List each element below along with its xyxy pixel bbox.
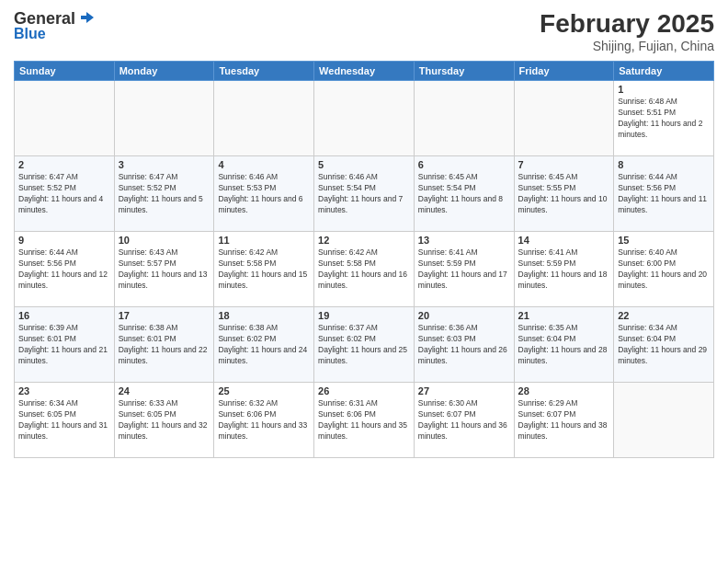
location: Shijing, Fujian, China	[540, 39, 714, 53]
calendar-week-row: 9Sunrise: 6:44 AM Sunset: 5:56 PM Daylig…	[15, 232, 714, 307]
day-info: Sunrise: 6:46 AM Sunset: 5:54 PM Dayligh…	[318, 172, 410, 216]
day-number: 16	[18, 310, 110, 321]
weekday-header: Sunday	[15, 62, 115, 81]
calendar-cell: 20Sunrise: 6:36 AM Sunset: 6:03 PM Dayli…	[414, 307, 514, 383]
calendar-header-row: SundayMondayTuesdayWednesdayThursdayFrid…	[15, 62, 714, 81]
day-info: Sunrise: 6:37 AM Sunset: 6:02 PM Dayligh…	[318, 323, 410, 367]
day-number: 13	[418, 235, 510, 246]
day-info: Sunrise: 6:42 AM Sunset: 5:58 PM Dayligh…	[318, 247, 410, 292]
calendar-cell: 17Sunrise: 6:38 AM Sunset: 6:01 PM Dayli…	[114, 307, 214, 383]
calendar-cell	[614, 383, 714, 458]
day-number: 28	[518, 385, 610, 396]
day-info: Sunrise: 6:38 AM Sunset: 6:01 PM Dayligh…	[119, 323, 210, 367]
day-number: 15	[618, 235, 710, 246]
calendar-cell: 24Sunrise: 6:33 AM Sunset: 6:05 PM Dayli…	[114, 383, 214, 458]
weekday-header: Friday	[514, 62, 614, 81]
day-number: 5	[318, 159, 410, 170]
day-info: Sunrise: 6:29 AM Sunset: 6:07 PM Dayligh…	[518, 398, 610, 442]
calendar-cell	[514, 81, 614, 156]
day-number: 21	[518, 310, 610, 321]
day-info: Sunrise: 6:35 AM Sunset: 6:04 PM Dayligh…	[518, 323, 610, 367]
calendar-cell: 12Sunrise: 6:42 AM Sunset: 5:58 PM Dayli…	[314, 232, 415, 307]
calendar-cell: 21Sunrise: 6:35 AM Sunset: 6:04 PM Dayli…	[514, 307, 614, 383]
day-number: 18	[218, 310, 310, 321]
day-info: Sunrise: 6:46 AM Sunset: 5:53 PM Dayligh…	[218, 172, 310, 216]
calendar-week-row: 23Sunrise: 6:34 AM Sunset: 6:05 PM Dayli…	[15, 383, 714, 458]
calendar-cell: 19Sunrise: 6:37 AM Sunset: 6:02 PM Dayli…	[314, 307, 415, 383]
calendar-cell	[314, 81, 415, 156]
calendar-cell	[114, 81, 214, 156]
day-info: Sunrise: 6:34 AM Sunset: 6:04 PM Dayligh…	[618, 323, 710, 367]
weekday-header: Tuesday	[214, 62, 314, 81]
calendar-cell: 18Sunrise: 6:38 AM Sunset: 6:02 PM Dayli…	[214, 307, 314, 383]
calendar-cell: 28Sunrise: 6:29 AM Sunset: 6:07 PM Dayli…	[514, 383, 614, 458]
day-number: 19	[318, 310, 410, 321]
logo: General Blue	[14, 9, 96, 42]
day-info: Sunrise: 6:32 AM Sunset: 6:06 PM Dayligh…	[218, 398, 310, 442]
day-number: 3	[119, 159, 210, 170]
page: General Blue February 2025 Shijing, Fuji…	[0, 0, 728, 563]
svg-marker-0	[81, 12, 94, 23]
calendar: SundayMondayTuesdayWednesdayThursdayFrid…	[14, 61, 714, 458]
day-info: Sunrise: 6:43 AM Sunset: 5:57 PM Dayligh…	[119, 247, 210, 292]
day-number: 12	[318, 235, 410, 246]
calendar-cell: 3Sunrise: 6:47 AM Sunset: 5:52 PM Daylig…	[114, 156, 214, 232]
logo-flag-icon	[77, 10, 96, 29]
day-number: 22	[618, 310, 710, 321]
day-number: 26	[318, 385, 410, 396]
day-info: Sunrise: 6:34 AM Sunset: 6:05 PM Dayligh…	[18, 398, 110, 442]
calendar-cell	[414, 81, 514, 156]
day-info: Sunrise: 6:44 AM Sunset: 5:56 PM Dayligh…	[618, 172, 710, 216]
calendar-cell: 1Sunrise: 6:48 AM Sunset: 5:51 PM Daylig…	[614, 81, 714, 156]
day-info: Sunrise: 6:45 AM Sunset: 5:55 PM Dayligh…	[518, 172, 610, 216]
calendar-cell: 5Sunrise: 6:46 AM Sunset: 5:54 PM Daylig…	[314, 156, 415, 232]
day-number: 24	[119, 385, 210, 396]
day-info: Sunrise: 6:42 AM Sunset: 5:58 PM Dayligh…	[218, 247, 310, 292]
calendar-cell	[15, 81, 115, 156]
calendar-cell: 2Sunrise: 6:47 AM Sunset: 5:52 PM Daylig…	[15, 156, 115, 232]
calendar-week-row: 1Sunrise: 6:48 AM Sunset: 5:51 PM Daylig…	[15, 81, 714, 156]
day-info: Sunrise: 6:33 AM Sunset: 6:05 PM Dayligh…	[119, 398, 210, 442]
day-number: 1	[618, 84, 710, 95]
day-info: Sunrise: 6:31 AM Sunset: 6:06 PM Dayligh…	[318, 398, 410, 442]
calendar-cell: 15Sunrise: 6:40 AM Sunset: 6:00 PM Dayli…	[614, 232, 714, 307]
calendar-cell: 16Sunrise: 6:39 AM Sunset: 6:01 PM Dayli…	[15, 307, 115, 383]
logo-blue-text: Blue	[14, 26, 46, 42]
month-title: February 2025	[540, 9, 714, 39]
day-info: Sunrise: 6:48 AM Sunset: 5:51 PM Dayligh…	[618, 97, 710, 141]
day-number: 11	[218, 235, 310, 246]
day-info: Sunrise: 6:44 AM Sunset: 5:56 PM Dayligh…	[18, 247, 110, 292]
weekday-header: Monday	[114, 62, 214, 81]
day-number: 10	[119, 235, 210, 246]
calendar-week-row: 16Sunrise: 6:39 AM Sunset: 6:01 PM Dayli…	[15, 307, 714, 383]
header: General Blue February 2025 Shijing, Fuji…	[14, 9, 714, 53]
day-number: 9	[18, 235, 110, 246]
weekday-header: Saturday	[614, 62, 714, 81]
calendar-cell: 4Sunrise: 6:46 AM Sunset: 5:53 PM Daylig…	[214, 156, 314, 232]
calendar-cell: 23Sunrise: 6:34 AM Sunset: 6:05 PM Dayli…	[15, 383, 115, 458]
day-number: 20	[418, 310, 510, 321]
calendar-cell: 10Sunrise: 6:43 AM Sunset: 5:57 PM Dayli…	[114, 232, 214, 307]
calendar-cell	[214, 81, 314, 156]
day-number: 8	[618, 159, 710, 170]
day-info: Sunrise: 6:47 AM Sunset: 5:52 PM Dayligh…	[119, 172, 210, 216]
calendar-cell: 22Sunrise: 6:34 AM Sunset: 6:04 PM Dayli…	[614, 307, 714, 383]
title-block: February 2025 Shijing, Fujian, China	[540, 9, 714, 53]
calendar-cell: 7Sunrise: 6:45 AM Sunset: 5:55 PM Daylig…	[514, 156, 614, 232]
day-info: Sunrise: 6:36 AM Sunset: 6:03 PM Dayligh…	[418, 323, 510, 367]
day-info: Sunrise: 6:39 AM Sunset: 6:01 PM Dayligh…	[18, 323, 110, 367]
day-info: Sunrise: 6:40 AM Sunset: 6:00 PM Dayligh…	[618, 247, 710, 292]
day-info: Sunrise: 6:41 AM Sunset: 5:59 PM Dayligh…	[518, 247, 610, 292]
day-number: 6	[418, 159, 510, 170]
calendar-cell: 8Sunrise: 6:44 AM Sunset: 5:56 PM Daylig…	[614, 156, 714, 232]
calendar-cell: 26Sunrise: 6:31 AM Sunset: 6:06 PM Dayli…	[314, 383, 415, 458]
day-number: 7	[518, 159, 610, 170]
weekday-header: Thursday	[414, 62, 514, 81]
calendar-cell: 11Sunrise: 6:42 AM Sunset: 5:58 PM Dayli…	[214, 232, 314, 307]
day-number: 27	[418, 385, 510, 396]
day-number: 14	[518, 235, 610, 246]
day-number: 17	[119, 310, 210, 321]
day-number: 4	[218, 159, 310, 170]
day-info: Sunrise: 6:41 AM Sunset: 5:59 PM Dayligh…	[418, 247, 510, 292]
calendar-cell: 13Sunrise: 6:41 AM Sunset: 5:59 PM Dayli…	[414, 232, 514, 307]
